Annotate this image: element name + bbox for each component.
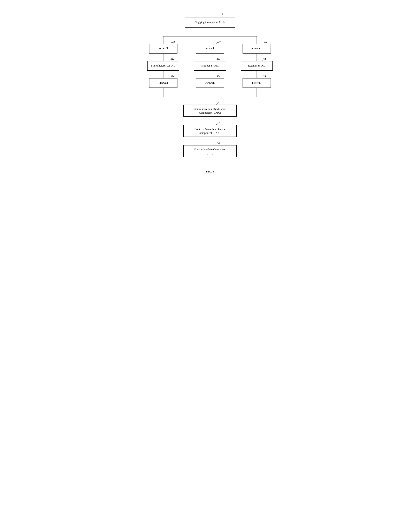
ref-34y: 34y [216, 58, 220, 60]
manufacturer-x-label: Manufacturer X: OIC [151, 64, 175, 67]
figure-label: FIG. 3 [206, 170, 214, 173]
caic-box [184, 125, 236, 137]
ref-37: 37 [217, 121, 220, 124]
firewall-z-top-label: Firewall [252, 47, 261, 50]
ref-38: 38 [217, 142, 220, 145]
diagram-container: 32 Tagging Component (TC) 33x 33y 33z Fi… [137, 3, 283, 191]
caic-label-line1: Context-Aware Intelligence [195, 128, 225, 131]
hic-label-line2: (HIC) [207, 152, 213, 155]
cmc-box [184, 105, 236, 117]
ref-33z-top: 33z [264, 40, 267, 43]
retailer-z-label: Retailer Z: OIC [248, 64, 266, 67]
ref-33x-bottom: 33x [170, 75, 174, 78]
firewall-x-bottom-label: Firewall [159, 81, 168, 84]
firewall-z-bottom-label: Firewall [252, 81, 261, 84]
ref-34x: 34x [170, 58, 174, 60]
firewall-y-top-label: Firewall [205, 47, 215, 50]
ref-36: 36 [217, 101, 220, 104]
cmc-label-line1: Communication Middleware [194, 107, 226, 111]
firewall-y-bottom-label: Firewall [205, 81, 215, 84]
ref-32: 32 [221, 13, 223, 15]
cmc-label-line2: Component (CMC) [199, 111, 221, 114]
hic-label-line1: Human Interface Component [194, 148, 226, 151]
ref-33y-bottom: 33y [216, 75, 220, 78]
tc-label: Tagging Component (TC) [196, 20, 224, 24]
ref-33z-bottom: 33z [263, 75, 267, 78]
hic-box [184, 145, 236, 157]
firewall-x-top-label: Firewall [159, 47, 168, 50]
shipper-y-label: Shipper Y: OIC [201, 64, 219, 67]
ref-33x-top: 33x [171, 40, 175, 43]
ref-34z: 34z [263, 58, 267, 60]
diagram-svg: 32 Tagging Component (TC) 33x 33y 33z Fi… [140, 10, 280, 181]
caic-label-line2: Component (CAIC) [199, 131, 221, 134]
ref-33y-top: 33y [217, 40, 221, 43]
